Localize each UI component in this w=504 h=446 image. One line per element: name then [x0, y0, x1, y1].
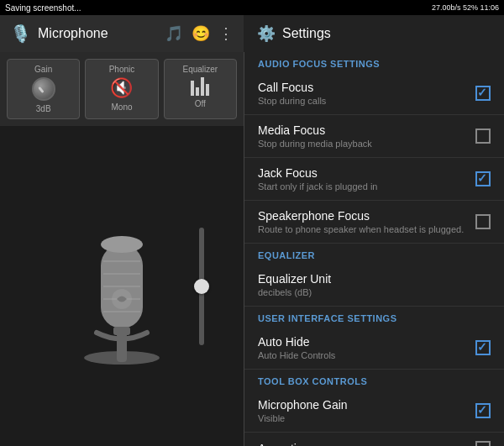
settings-item-title: Auto Hide: [258, 335, 475, 349]
saving-text: Saving screenshot...: [5, 3, 81, 13]
phonic-label: Phonic: [109, 65, 135, 74]
settings-item-text: Jack FocusStart only if jack is plugged …: [258, 166, 475, 192]
settings-item-title: Media Focus: [258, 123, 475, 137]
microphone-image: [55, 202, 189, 370]
settings-item[interactable]: Equalizer Unitdecibels (dB): [244, 264, 504, 307]
tune-icon[interactable]: 🎵: [165, 24, 183, 43]
mic-header-icon: 🎙️: [10, 24, 31, 44]
settings-item-text: Auto HideAuto Hide Controls: [258, 335, 475, 360]
app-header: 🎙️ Microphone 🎵 😊 ⋮ ⚙️ Settings: [0, 15, 504, 52]
status-info: 27.00b/s 52% 11:06: [432, 3, 499, 12]
controls-row: Gain 3dB Phonic 🔇 Mono Equalizer Off: [0, 52, 244, 126]
app-title: Microphone: [38, 26, 108, 41]
right-panel[interactable]: AUDIO FOCUS SETTINGSCall FocusStop durin…: [244, 52, 504, 446]
svg-rect-10: [113, 327, 130, 335]
settings-item-sub: decibels (dB): [258, 287, 491, 297]
settings-item-text: Call FocusStop during calls: [258, 81, 475, 106]
settings-item-text: Microphone GainVisible: [258, 398, 475, 423]
section-header: AUDIO FOCUS SETTINGS: [244, 52, 504, 72]
section-header: TOOL BOX CONTROLS: [244, 370, 504, 390]
svg-point-3: [101, 236, 143, 253]
settings-item-title: Speakerphone Focus: [258, 209, 475, 223]
settings-item-title: Acoustics: [258, 442, 475, 446]
settings-item-sub: Auto Hide Controls: [258, 350, 475, 360]
settings-checkbox[interactable]: [475, 214, 491, 229]
section-header: EQUALIZER: [244, 244, 504, 264]
settings-item-text: Acoustics: [258, 442, 475, 446]
status-bar: Saving screenshot... 27.00b/s 52% 11:06: [0, 0, 504, 15]
settings-item[interactable]: Microphone GainVisible: [244, 390, 504, 433]
gain-control[interactable]: Gain 3dB: [7, 59, 80, 119]
settings-item-sub: Start only if jack is plugged in: [258, 181, 475, 192]
settings-item-text: Media FocusStop during media playback: [258, 123, 475, 149]
settings-item-title: Jack Focus: [258, 166, 475, 180]
header-right: ⚙️ Settings: [244, 15, 504, 52]
settings-checkbox[interactable]: [475, 403, 491, 418]
more-icon[interactable]: ⋮: [218, 24, 234, 43]
settings-item-title: Call Focus: [258, 81, 475, 94]
settings-item[interactable]: Acoustics: [244, 433, 504, 446]
gain-value: 3dB: [36, 104, 51, 113]
equalizer-value: Off: [195, 99, 206, 108]
main-content: Gain 3dB Phonic 🔇 Mono Equalizer Off: [0, 52, 504, 446]
equalizer-label: Equalizer: [182, 65, 218, 74]
equalizer-control[interactable]: Equalizer Off: [164, 59, 237, 119]
settings-item-sub: Stop during calls: [258, 96, 475, 106]
gain-label: Gain: [34, 65, 52, 74]
slider-track: [199, 228, 204, 345]
settings-item[interactable]: Call FocusStop during calls: [244, 72, 504, 115]
section-header: USER INTERFACE SETTINGS: [244, 307, 504, 327]
settings-header-icon: ⚙️: [257, 24, 276, 43]
settings-item[interactable]: Jack FocusStart only if jack is plugged …: [244, 158, 504, 201]
header-left: 🎙️ Microphone 🎵 😊 ⋮: [0, 24, 244, 44]
settings-checkbox[interactable]: [475, 340, 491, 355]
settings-item[interactable]: Speakerphone FocusRoute to phone speaker…: [244, 201, 504, 244]
vertical-slider[interactable]: [193, 143, 210, 429]
speaker-icon: 🔇: [110, 77, 133, 99]
emoji-icon[interactable]: 😊: [192, 24, 210, 43]
settings-item-text: Speakerphone FocusRoute to phone speaker…: [258, 209, 475, 234]
settings-checkbox[interactable]: [475, 441, 491, 446]
eq-icon: [191, 77, 209, 96]
settings-item[interactable]: Auto HideAuto Hide Controls: [244, 327, 504, 370]
phonic-value: Mono: [111, 102, 132, 112]
header-icons: 🎵 😊 ⋮: [165, 24, 234, 43]
settings-title: Settings: [282, 26, 331, 41]
settings-item-sub: Visible: [258, 413, 475, 423]
settings-checkbox[interactable]: [475, 129, 491, 144]
status-right: 27.00b/s 52% 11:06: [432, 3, 499, 12]
settings-item-text: Equalizer Unitdecibels (dB): [258, 272, 491, 297]
phonic-control[interactable]: Phonic 🔇 Mono: [85, 59, 158, 119]
settings-checkbox[interactable]: [475, 86, 491, 101]
slider-thumb[interactable]: [194, 279, 209, 294]
settings-item-sub: Stop during media playback: [258, 139, 475, 149]
settings-item-title: Equalizer Unit: [258, 272, 491, 286]
settings-item-sub: Route to phone speaker when headset is p…: [258, 224, 475, 234]
gain-knob-icon: [32, 77, 55, 101]
mic-visual-area: [0, 126, 244, 446]
settings-checkbox[interactable]: [475, 171, 491, 186]
left-panel: Gain 3dB Phonic 🔇 Mono Equalizer Off: [0, 52, 244, 446]
status-left: Saving screenshot...: [5, 3, 81, 13]
settings-item-title: Microphone Gain: [258, 398, 475, 412]
settings-item[interactable]: Media FocusStop during media playback: [244, 115, 504, 158]
